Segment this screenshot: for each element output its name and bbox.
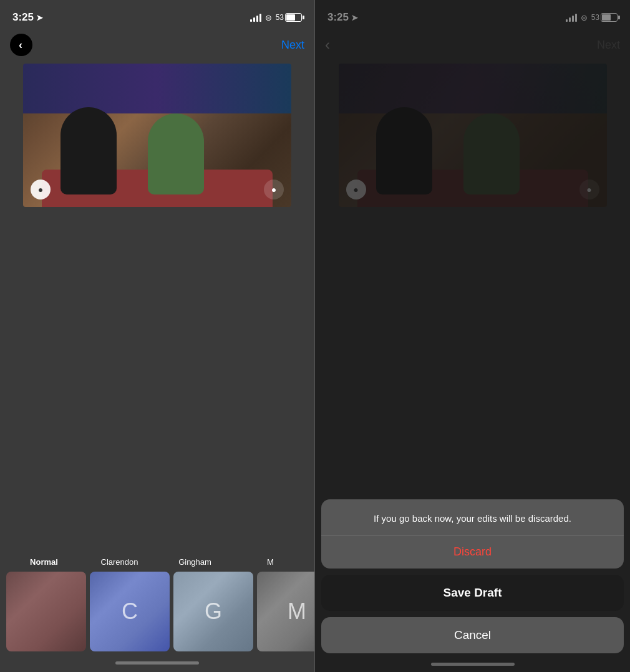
cancel-button[interactable]: Cancel bbox=[321, 617, 624, 653]
left-phone-panel: 3:25 ➤ ⊜ 53 ‹ Next bbox=[0, 0, 315, 672]
filter-thumb-gingham[interactable]: G bbox=[173, 572, 253, 651]
battery-text-left: 53 bbox=[276, 13, 284, 22]
filter-label-normal: Normal bbox=[6, 557, 82, 567]
filter-thumbnails-left: C G M bbox=[0, 572, 314, 651]
time-left: 3:25 ➤ bbox=[12, 11, 43, 24]
wifi-icon-left: ⊜ bbox=[265, 13, 272, 22]
discard-button[interactable]: Discard bbox=[321, 535, 624, 569]
filter-label-gingham: Gingham bbox=[157, 557, 233, 567]
status-icons-left: ⊜ 53 bbox=[250, 13, 302, 22]
filter-thumb-m[interactable]: M bbox=[257, 572, 314, 651]
photo-icon-right-left: ● bbox=[264, 180, 284, 199]
next-button-left[interactable]: Next bbox=[281, 39, 304, 52]
main-photo-left: ● ● bbox=[23, 64, 291, 207]
location-icon-left: ➤ bbox=[36, 13, 43, 22]
save-draft-button[interactable]: Save Draft bbox=[321, 575, 624, 611]
home-indicator-right bbox=[431, 663, 515, 666]
battery-container-left: 53 bbox=[276, 13, 302, 22]
right-phone-panel: 3:25 ➤ ⊜ 53 ‹ Next bbox=[315, 0, 630, 672]
battery-icon-left bbox=[285, 13, 302, 22]
image-area-left: ● ● bbox=[0, 64, 314, 207]
nav-bar-left: ‹ Next bbox=[0, 31, 314, 64]
filter-label-m: M bbox=[233, 557, 308, 567]
filter-thumb-clarendon[interactable]: C bbox=[90, 572, 170, 651]
filter-label-clarendon: Clarendon bbox=[82, 557, 157, 567]
action-sheet: If you go back now, your edits will be d… bbox=[315, 499, 630, 672]
home-indicator-left bbox=[115, 661, 199, 665]
status-bar-left: 3:25 ➤ ⊜ 53 bbox=[0, 0, 314, 31]
signal-icon-left bbox=[250, 13, 261, 22]
filter-thumb-normal[interactable] bbox=[6, 572, 86, 651]
chevron-left-icon: ‹ bbox=[19, 39, 22, 50]
filter-labels-left: Normal Clarendon Gingham M bbox=[0, 557, 314, 567]
photo-icon-left: ● bbox=[31, 180, 51, 199]
back-button-left[interactable]: ‹ bbox=[10, 34, 32, 56]
action-sheet-card: If you go back now, your edits will be d… bbox=[321, 499, 624, 569]
action-sheet-message: If you go back now, your edits will be d… bbox=[321, 499, 624, 535]
